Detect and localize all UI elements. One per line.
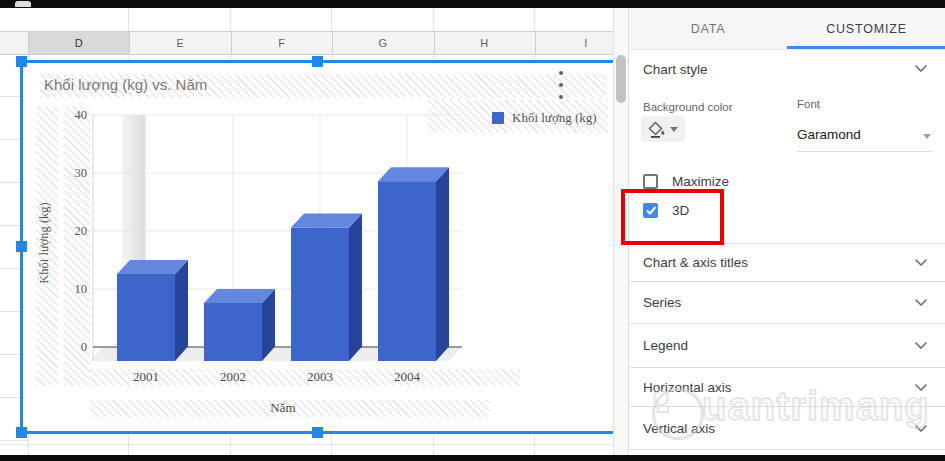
section-label: Vertical axis: [643, 420, 715, 435]
section-series[interactable]: Series: [629, 281, 945, 323]
background-color-button[interactable]: [641, 116, 685, 142]
bar-side-face[interactable]: [175, 260, 188, 361]
bar-front-face-2002[interactable]: [204, 303, 262, 361]
section-legend[interactable]: Legend: [629, 323, 945, 367]
chart-title: Khối lượng (kg) vs. Năm: [44, 76, 604, 93]
bar-side-face[interactable]: [436, 167, 449, 361]
chevron-down-icon: [914, 258, 928, 267]
section-label: Series: [643, 295, 681, 310]
selection-handle-bottom-middle[interactable]: [312, 427, 323, 438]
x-axis-title: Năm: [270, 400, 295, 415]
tab-data[interactable]: DATA: [629, 8, 787, 49]
sheet-gridline: [0, 444, 613, 445]
font-select-value: Garamond: [797, 127, 861, 142]
legend-swatch-icon: [492, 112, 504, 124]
checkbox-row-maximize[interactable]: Maximize: [643, 172, 729, 190]
column-header-F[interactable]: F: [231, 32, 333, 54]
scrollbar-thumb[interactable]: [616, 55, 626, 103]
bar-front-face-2004[interactable]: [378, 181, 436, 361]
checkbox-label: Maximize: [672, 174, 729, 189]
background-color-label: Background color: [643, 101, 733, 113]
dropdown-caret-icon: [923, 134, 931, 139]
browser-logo-fragment: [15, 1, 31, 7]
section-divider: [629, 449, 945, 450]
panel-tab-bar: DATA CUSTOMIZE: [629, 8, 945, 50]
column-header-row: DEFGHI: [0, 31, 613, 55]
x-tick-label: 2002: [220, 369, 246, 384]
y-tick-label: 10: [75, 282, 88, 296]
selection-handle-top-middle[interactable]: [312, 56, 323, 67]
chevron-down-icon: [914, 383, 928, 392]
screenshot-root: DEFGHI 0102030402001200220032004NămKhối …: [0, 0, 945, 461]
legend-label: Khối lượng (kg): [512, 110, 597, 126]
column-header-D[interactable]: D: [28, 32, 130, 54]
y-tick-label: 30: [75, 166, 88, 180]
chart-legend: Khối lượng (kg): [492, 110, 597, 126]
x-tick-label: 2004: [394, 369, 421, 384]
tab-customize[interactable]: CUSTOMIZE: [787, 8, 945, 49]
column-header-I[interactable]: I: [535, 32, 613, 54]
section-vertical-axis[interactable]: Vertical axis: [629, 406, 945, 449]
section-chart-style[interactable]: Chart style: [629, 49, 945, 91]
embedded-chart[interactable]: 0102030402001200220032004NămKhối lượng (…: [21, 62, 613, 431]
top-black-bar: [0, 0, 945, 8]
section-horizontal-axis[interactable]: Horizontal axis: [629, 367, 945, 406]
selection-handle-top-left[interactable]: [16, 56, 27, 67]
y-tick-label: 0: [81, 340, 87, 354]
chevron-down-icon: [914, 341, 928, 350]
unchecked-checkbox-icon[interactable]: [643, 174, 658, 189]
bottom-black-bar: [0, 455, 945, 461]
column-header-G[interactable]: G: [332, 32, 434, 54]
red-highlight-annotation: [621, 189, 724, 245]
bar-front-face-2003[interactable]: [291, 228, 349, 361]
y-tick-label: 40: [75, 108, 88, 122]
section-chart-axis-titles[interactable]: Chart & axis titles: [629, 243, 945, 281]
chevron-down-icon: [914, 424, 928, 433]
bar-front-face-2001[interactable]: [117, 274, 175, 361]
y-axis-title: Khối lượng (kg): [37, 202, 51, 283]
vertical-ellipsis-icon[interactable]: [554, 69, 568, 101]
chevron-down-icon: [914, 64, 928, 73]
section-chart-style-label: Chart style: [643, 62, 708, 77]
font-select[interactable]: Garamond: [797, 123, 933, 152]
column-header-E[interactable]: E: [129, 32, 231, 54]
selection-handle-middle-left[interactable]: [16, 241, 27, 252]
x-tick-label: 2003: [307, 369, 333, 384]
section-label: Legend: [643, 338, 688, 353]
section-label: Chart & axis titles: [643, 255, 748, 270]
section-label: Horizontal axis: [643, 379, 732, 394]
bar-side-face[interactable]: [349, 214, 362, 361]
x-tick-label: 2001: [133, 369, 159, 384]
chevron-down-icon: [914, 298, 928, 307]
dropdown-caret-icon: [670, 127, 678, 132]
column-header-H[interactable]: H: [434, 32, 536, 54]
sheet-top-row: [28, 8, 613, 31]
corner-header-cell[interactable]: [0, 32, 29, 54]
y-tick-label: 20: [75, 224, 88, 238]
selection-handle-bottom-left[interactable]: [16, 427, 27, 438]
font-label: Font: [797, 98, 820, 110]
paint-bucket-icon: [648, 121, 665, 138]
